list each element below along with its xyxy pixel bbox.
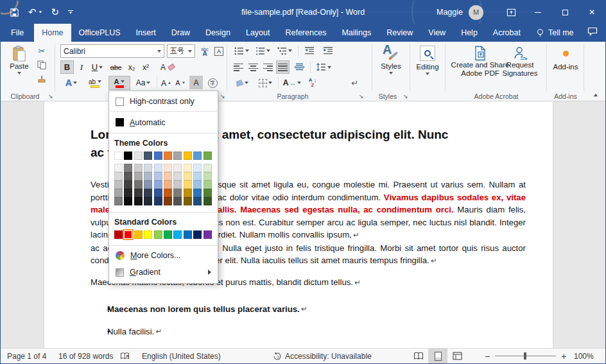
tab-mailings[interactable]: Mailings xyxy=(334,24,379,42)
theme-variant-swatch[interactable] xyxy=(134,197,143,205)
theme-variant-swatch[interactable] xyxy=(184,164,192,172)
standard-color-swatch[interactable] xyxy=(164,230,172,239)
theme-variant-swatch[interactable] xyxy=(114,197,123,205)
change-case-button[interactable]: Aa xyxy=(133,76,153,90)
zoom-slider-thumb[interactable] xyxy=(524,352,526,360)
cut-button[interactable]: ✂ xyxy=(34,44,49,57)
theme-variant-swatch[interactable] xyxy=(184,172,192,180)
theme-color-swatch[interactable] xyxy=(114,152,123,160)
theme-color-swatch[interactable] xyxy=(154,152,162,160)
font-size-combo[interactable]: 五号 xyxy=(167,44,195,58)
tell-me[interactable]: Tell me xyxy=(530,24,580,42)
paste-button[interactable]: Paste xyxy=(6,43,33,89)
sort-button[interactable]: A↓ Z xyxy=(305,76,320,90)
multilevel-list-button[interactable] xyxy=(274,44,295,57)
theme-variant-swatch[interactable] xyxy=(124,189,132,197)
undo-dropdown-icon[interactable] xyxy=(39,11,42,13)
theme-color-swatch[interactable] xyxy=(193,152,202,160)
theme-variant-swatch[interactable] xyxy=(154,172,162,180)
theme-variant-swatch[interactable] xyxy=(164,197,172,205)
theme-variant-swatch[interactable] xyxy=(134,180,143,189)
zoom-out-button[interactable]: − xyxy=(485,351,490,361)
theme-color-swatch[interactable] xyxy=(184,152,192,160)
tab-officeplus[interactable]: OfficePLUS xyxy=(71,24,128,42)
theme-variant-swatch[interactable] xyxy=(114,189,123,197)
theme-variant-swatch[interactable] xyxy=(184,197,192,205)
theme-variant-swatch[interactable] xyxy=(203,189,212,197)
font-dialog-launcher-icon[interactable]: ↘ xyxy=(220,93,225,100)
theme-variant-swatch[interactable] xyxy=(154,180,162,189)
minimize-button[interactable] xyxy=(524,1,551,24)
theme-variant-swatch[interactable] xyxy=(173,189,182,197)
accessibility-status[interactable]: ? Accessibility: Unavailable xyxy=(273,349,372,363)
theme-variant-swatch[interactable] xyxy=(144,172,152,180)
superscript-button[interactable]: x² xyxy=(139,60,152,74)
standard-color-swatch[interactable] xyxy=(203,230,212,239)
standard-color-swatch[interactable] xyxy=(184,230,192,239)
feedback-bubble-icon[interactable] xyxy=(587,27,598,36)
tab-draw[interactable]: Draw xyxy=(164,24,198,42)
shading-button[interactable] xyxy=(232,76,252,90)
proofing-icon[interactable] xyxy=(120,349,130,363)
theme-variant-swatch[interactable] xyxy=(114,180,123,189)
standard-color-swatch[interactable] xyxy=(144,230,152,239)
theme-variant-swatch[interactable] xyxy=(173,164,182,172)
theme-variant-swatch[interactable] xyxy=(164,164,172,172)
theme-variant-swatch[interactable] xyxy=(173,180,182,189)
character-border-button[interactable]: A xyxy=(212,44,225,58)
subscript-button[interactable]: x₂ xyxy=(125,60,138,74)
styles-dialog-launcher-icon[interactable]: ↘ xyxy=(403,93,408,100)
page-indicator[interactable]: Page 1 of 4 xyxy=(7,349,46,363)
align-right-button[interactable] xyxy=(261,60,275,74)
font-name-combo[interactable]: Calibri xyxy=(60,44,164,58)
print-layout-button[interactable] xyxy=(428,349,447,363)
theme-variant-swatch[interactable] xyxy=(124,197,132,205)
zoom-in-button[interactable]: + xyxy=(561,351,566,361)
tab-home[interactable]: Home xyxy=(34,24,71,42)
tab-design[interactable]: Design xyxy=(198,24,238,42)
standard-color-swatch[interactable] xyxy=(114,230,123,239)
more-colors-item[interactable]: More Colors... xyxy=(109,247,218,264)
theme-variant-swatch[interactable] xyxy=(173,172,182,180)
user-name[interactable]: Maggie xyxy=(437,8,463,17)
copy-button[interactable] xyxy=(34,58,49,71)
increase-indent-button[interactable] xyxy=(320,44,336,57)
tab-view[interactable]: View xyxy=(420,24,453,42)
theme-variant-swatch[interactable] xyxy=(154,164,162,172)
theme-variant-swatch[interactable] xyxy=(134,172,143,180)
bullets-button[interactable] xyxy=(232,44,251,57)
theme-variant-swatch[interactable] xyxy=(154,197,162,205)
enclose-characters-button[interactable]: 字 xyxy=(205,76,220,90)
theme-color-swatch[interactable] xyxy=(164,152,172,160)
tab-references[interactable]: References xyxy=(277,24,334,42)
theme-variant-swatch[interactable] xyxy=(193,172,202,180)
close-button[interactable]: ✕ xyxy=(578,1,605,24)
tab-file[interactable]: File xyxy=(1,24,34,42)
bold-button[interactable]: B xyxy=(60,60,74,74)
collapse-ribbon-icon[interactable] xyxy=(589,91,603,100)
addins-button[interactable]: Add-ins xyxy=(549,43,582,89)
checkbox-icon[interactable] xyxy=(116,98,124,106)
shrink-font-button[interactable]: A xyxy=(174,76,187,90)
theme-variant-swatch[interactable] xyxy=(134,189,143,197)
theme-variant-swatch[interactable] xyxy=(114,164,123,172)
theme-variant-swatch[interactable] xyxy=(164,172,172,180)
decrease-indent-button[interactable] xyxy=(301,44,318,57)
theme-color-swatch[interactable] xyxy=(173,152,182,160)
character-scaling-button[interactable]: A↔ xyxy=(281,76,303,90)
tab-review[interactable]: Review xyxy=(379,24,420,42)
theme-variant-swatch[interactable] xyxy=(184,180,192,189)
standard-color-swatch-selected[interactable] xyxy=(124,230,132,239)
clear-formatting-button[interactable]: A xyxy=(159,60,177,74)
borders-button[interactable] xyxy=(255,76,275,90)
numbering-button[interactable] xyxy=(253,44,272,57)
theme-variant-swatch[interactable] xyxy=(193,164,202,172)
ribbon-display-options-icon[interactable] xyxy=(498,1,524,24)
theme-variant-swatch[interactable] xyxy=(193,189,202,197)
strikethrough-button[interactable]: abc xyxy=(108,60,124,74)
automatic-color-item[interactable]: Automatic xyxy=(109,113,218,132)
standard-color-swatch[interactable] xyxy=(134,230,143,239)
word-count[interactable]: 16 of 928 words xyxy=(58,349,113,363)
editing-button[interactable]: Editing xyxy=(412,43,443,89)
align-center-button[interactable] xyxy=(247,60,260,74)
